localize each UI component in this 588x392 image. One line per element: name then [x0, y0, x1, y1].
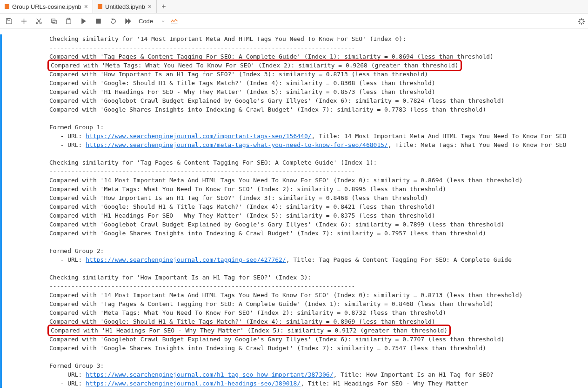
tab-label: Group URLs-cosine.ipynb	[12, 3, 81, 10]
chevron-down-icon: ›	[160, 20, 167, 22]
output-line: - URL:	[49, 371, 86, 378]
svg-point-9	[580, 20, 583, 23]
url-link[interactable]: https://www.searchenginejournal.com/h1-t…	[86, 371, 333, 378]
output-line: ----------------------------------------…	[49, 44, 355, 51]
cell-type-label: Code	[139, 18, 153, 25]
output-line: , Title: How Important Is an H1 Tag for …	[334, 371, 494, 378]
tab-untitled3[interactable]: Untitled3.ipynb ×	[93, 0, 157, 13]
url-link[interactable]: https://www.searchenginejournal.com/impo…	[86, 133, 311, 140]
save-button[interactable]	[5, 17, 13, 25]
output-line: Formed Group 2:	[49, 247, 104, 254]
cut-button[interactable]	[34, 17, 43, 25]
svg-rect-5	[66, 19, 70, 23]
output-line: Compared with 'Tag Pages & Content Taggi…	[49, 53, 494, 60]
output-line: Compared with 'Google Shares Insights in…	[49, 106, 486, 113]
output-line: Compared with 'How Important Is an H1 Ta…	[49, 194, 428, 201]
output-line: ----------------------------------------…	[49, 283, 355, 290]
output-line: - URL:	[49, 380, 86, 387]
output-line: Formed Group 3:	[49, 362, 104, 369]
output-line: - URL:	[49, 141, 86, 148]
output-line: Compared with 'Google Shares Insights in…	[49, 230, 486, 237]
tab-label: Untitled3.ipynb	[105, 3, 145, 10]
output-line: Compared with 'Tag Pages & Content Taggi…	[49, 300, 494, 307]
output-line: Formed Group 1:	[49, 124, 104, 131]
toolbar: Code ›	[0, 13, 588, 29]
insert-cell-button[interactable]	[20, 17, 28, 25]
notebook-icon	[5, 4, 9, 9]
restart-button[interactable]	[109, 17, 117, 25]
stop-button[interactable]	[94, 17, 102, 25]
output-line: - URL:	[49, 256, 86, 263]
notebook-content: Checking similarity for '14 Most Importa…	[0, 29, 588, 388]
copy-button[interactable]	[49, 17, 58, 25]
output-line: , Title: H1 Headings For SEO - Why They …	[301, 380, 468, 387]
restart-run-all-button[interactable]	[124, 17, 132, 25]
output-line: Compared with 'Google: Should H1 & Title…	[49, 203, 435, 210]
svg-rect-7	[96, 19, 100, 23]
output-line: Compared with '14 Most Important Meta An…	[49, 177, 522, 184]
tab-bar: Group URLs-cosine.ipynb × Untitled3.ipyn…	[0, 0, 588, 13]
add-tab-button[interactable]: +	[157, 2, 170, 11]
output-line: - URL:	[49, 133, 86, 140]
output-line: Compared with 'H1 Headings For SEO - Why…	[49, 88, 435, 95]
url-link[interactable]: https://www.searchenginejournal.com/h1-h…	[86, 380, 301, 387]
output-line: Compared with 'How Important Is an H1 Ta…	[49, 71, 428, 78]
output-line: Compared with 'Meta Tags: What You Need …	[49, 186, 446, 193]
debugger-icon[interactable]	[578, 18, 585, 27]
close-icon[interactable]: ×	[148, 3, 152, 10]
output-line: , Title: 14 Most Important Meta And HTML…	[312, 133, 567, 140]
render-button[interactable]	[171, 17, 178, 25]
output-line: Checking similarity for '14 Most Importa…	[49, 35, 406, 42]
svg-rect-3	[51, 19, 55, 22]
output-line: Checking similarity for 'How Important I…	[49, 274, 312, 281]
output-line: Compared with 'Googlebot Crawl Budget Ex…	[49, 97, 504, 104]
output-line: Checking similarity for 'Tag Pages & Con…	[49, 159, 377, 166]
highlighted-comparison: Compared with 'H1 Headings For SEO - Why…	[47, 325, 451, 336]
paste-button[interactable]	[64, 17, 73, 25]
cell-marker[interactable]	[0, 34, 12, 388]
output-line: Compared with 'Googlebot Crawl Budget Ex…	[49, 221, 504, 228]
svg-rect-0	[7, 18, 10, 20]
url-link[interactable]: https://www.searchenginejournal.com/meta…	[86, 141, 388, 148]
svg-rect-4	[53, 20, 56, 24]
output-line: Compared with 'Meta Tags: What You Need …	[49, 309, 446, 316]
output-line: Compared with 'Google: Should H1 & Title…	[49, 318, 435, 325]
output-line: ----------------------------------------…	[49, 168, 355, 175]
output-line: , Title: Tag Pages & Content Tagging For…	[286, 256, 512, 263]
run-button[interactable]	[79, 17, 87, 25]
url-link[interactable]: https://www.searchenginejournal.com/tagg…	[86, 256, 286, 263]
output-line: Compared with 'Google: Should H1 & Title…	[49, 80, 435, 86]
output-line: Compared with 'Googlebot Crawl Budget Ex…	[49, 336, 504, 343]
notebook-icon	[98, 4, 102, 9]
output-line: , Title: Meta Tags: What You Need To Kno…	[388, 141, 567, 148]
highlighted-comparison: Compared with 'Meta Tags: What You Need …	[47, 60, 462, 71]
cell-type-select[interactable]: Code ›	[139, 18, 164, 25]
close-icon[interactable]: ×	[84, 3, 88, 10]
cell-output: Checking similarity for '14 Most Importa…	[12, 34, 588, 388]
output-line: Compared with 'H1 Headings For SEO - Why…	[49, 212, 435, 219]
output-line: Compared with '14 Most Important Meta An…	[49, 292, 522, 299]
tab-group-urls[interactable]: Group URLs-cosine.ipynb ×	[0, 0, 93, 13]
output-line: Compared with 'Google Shares Insights in…	[49, 345, 486, 352]
